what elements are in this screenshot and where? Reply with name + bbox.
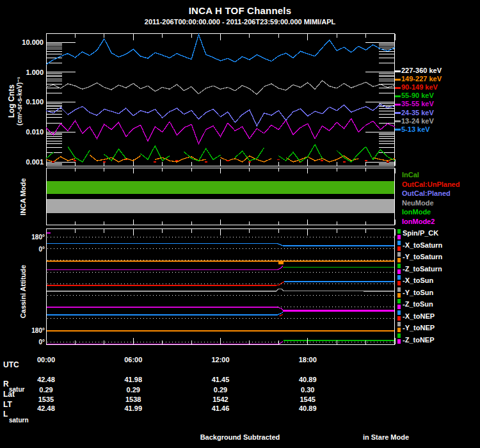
table-cell-r-1: 41.98: [106, 376, 160, 383]
edge-key: [397, 241, 401, 245]
legend-item--Z_toSun: -Z_toSun: [403, 300, 433, 308]
inca-mode-panel: [46, 168, 395, 225]
legend-item-5-13 keV: 5-13 keV: [401, 125, 430, 133]
attitude-line: [46, 266, 283, 270]
edge-key: [397, 281, 401, 285]
edge-key: [397, 305, 401, 309]
edge-key: [397, 287, 401, 292]
trace-24-35 keV: [46, 104, 395, 126]
lat-row-label: Lat: [3, 390, 15, 399]
legend-key-55-90 keV: [395, 95, 401, 97]
table-cell-r-0: 42.48: [19, 376, 73, 383]
table-cell-utc-0: 00:00: [19, 356, 73, 364]
legend-item-227-360 keV: 227-360 keV: [401, 67, 442, 74]
tof-ytick-0p1: 0.100: [6, 98, 44, 106]
attitude-ytick-0-top: 0°: [18, 246, 45, 253]
edge-key: [397, 293, 401, 298]
legend-item--X_toSaturn: -X_toSaturn: [403, 241, 442, 249]
time-range-subtitle: 2011-206T00:00:00.000 - 2011-206T23:59:0…: [0, 18, 480, 26]
edge-key: [397, 310, 401, 315]
table-cell-l-1: 41.99: [106, 404, 160, 412]
legend-item-IonMode: IonMode: [402, 208, 431, 216]
attitude-line: [46, 244, 395, 246]
table-cell-lt-1: 1538: [106, 396, 160, 403]
legend-item-55-90 keV: 55-90 keV: [401, 92, 434, 99]
legend-item--Y_toSaturn: -Y_toSaturn: [403, 253, 442, 260]
edge-key: [397, 328, 401, 332]
tof-ytick-1: 1.000: [6, 68, 44, 76]
edge-key: [397, 316, 401, 321]
legend-key-149-227 keV: [395, 79, 401, 81]
trace-149-227 keV: [46, 157, 75, 162]
legend-item-NeuMode: NeuMode: [402, 199, 434, 207]
panel-border: [47, 34, 395, 166]
table-cell-lat-1: 0.29: [106, 386, 160, 394]
edge-key: [397, 275, 401, 280]
attitude-line: [46, 282, 284, 286]
legend-item-OutCal:Planed: OutCal:Planed: [402, 189, 451, 197]
mode-active-lower: [47, 199, 394, 213]
utc-row-label: UTC: [3, 360, 19, 369]
legend-key-90-149 keV: [395, 87, 401, 89]
legend-key-35-55 keV: [395, 104, 401, 106]
table-cell-utc-2: 12:00: [194, 356, 248, 364]
attitude-ytick-0-bot: 0°: [18, 339, 45, 346]
table-cell-r-3: 40.89: [281, 376, 335, 383]
attitude-line: [46, 342, 283, 345]
table-cell-lt-2: 1542: [194, 396, 248, 403]
legend-item-Spin/P_CK: Spin/P_CK: [403, 229, 438, 237]
legend-key-5-13 keV: [395, 129, 401, 131]
tof-ytick-0p001: 0.001: [6, 158, 44, 166]
table-cell-lat-0: 0.29: [19, 386, 73, 394]
trace-55-90 keV: [337, 147, 395, 162]
attitude-line: [46, 289, 395, 292]
table-cell-l-3: 40.89: [281, 404, 335, 412]
edge-key: [397, 258, 401, 262]
attitude-y-axis-title: Cassini Attitude: [19, 250, 28, 333]
l-row-sub: saturn: [9, 417, 29, 424]
legend-item--Z_toSaturn: -Z_toSaturn: [403, 265, 442, 273]
legend-item--X_toSun: -X_toSun: [403, 276, 433, 284]
trace-149-227 keV: [155, 157, 205, 162]
trace-149-227 keV: [90, 155, 141, 162]
legend-item-24-35 keV: 24-35 keV: [401, 109, 434, 116]
edge-key: [397, 229, 401, 234]
edge-key: [397, 264, 401, 268]
edge-key: [397, 252, 401, 257]
legend-item--Y_toSun: -Y_toSun: [403, 289, 433, 296]
edge-key: [397, 339, 401, 344]
legend-item-IonMode2: IonMode2: [402, 218, 435, 225]
table-cell-l-0: 42.48: [19, 404, 73, 412]
trace-13-24 keV: [46, 81, 395, 95]
trace-55-90 keV: [141, 146, 170, 161]
table-cell-r-2: 41.45: [194, 376, 248, 383]
lt-row-label: LT: [3, 400, 12, 409]
edge-key: [397, 269, 401, 274]
tof-channels-panel: [46, 33, 395, 166]
edge-key: [397, 333, 401, 338]
legend-item-149-227 keV: 149-227 keV: [401, 75, 442, 83]
legend-item-OutCal:UnPlaned: OutCal:UnPlaned: [402, 180, 460, 188]
l-row-label: L: [3, 410, 8, 419]
table-cell-utc-1: 06:00: [106, 356, 160, 364]
legend-item-35-55 keV: 35-55 keV: [401, 100, 434, 108]
table-cell-l-2: 41.46: [194, 404, 248, 412]
legend-item--X_toNEP: -X_toNEP: [403, 312, 435, 320]
edge-key: [397, 235, 401, 239]
attitude-ytick-180-top: 180°: [18, 234, 45, 241]
plot-canvas: INCA H TOF Channels 2011-206T00:00:00.00…: [0, 0, 480, 448]
legend-item-90-149 keV: 90-149 keV: [401, 83, 438, 91]
legend-key-24-35 keV: [395, 112, 401, 114]
mode-y-axis-title: INCA Mode: [19, 168, 28, 226]
legend-item-InCal: InCal: [402, 171, 419, 179]
table-cell-lat-2: 0.29: [194, 386, 248, 394]
edge-key: [397, 299, 401, 303]
table-cell-lat-3: 0.30: [281, 386, 335, 394]
mode-active-upper: [47, 181, 394, 194]
table-cell-utc-3: 18:00: [281, 356, 335, 364]
panel-border: [47, 168, 395, 225]
legend-item--Z_toNEP: -Z_toNEP: [403, 336, 435, 344]
attitude-line: [46, 312, 283, 316]
legend-key-227-360 keV: [395, 70, 401, 72]
trace-35-55 keV: [46, 118, 395, 144]
